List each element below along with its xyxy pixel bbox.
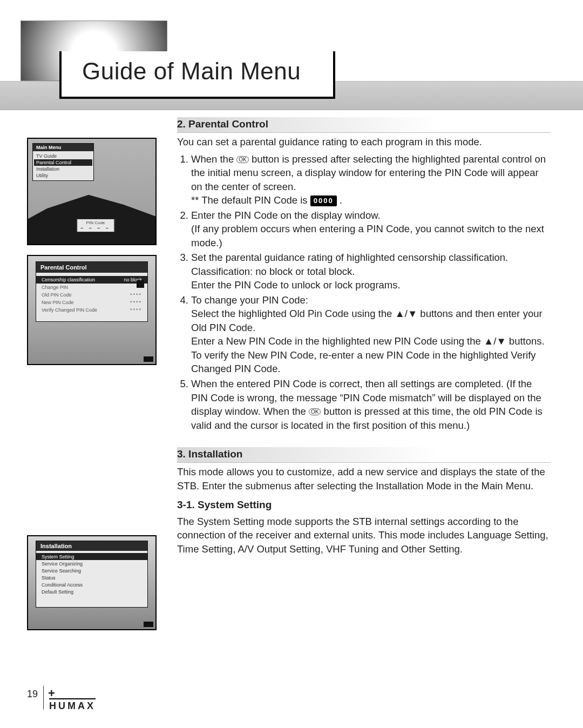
osd-row: Change PIN xyxy=(36,284,147,291)
osd-row-highlighted: Censorship classification no block xyxy=(36,276,147,284)
step-4: To change your PIN Code: Select the high… xyxy=(191,293,551,376)
step-2: Enter the PIN Code on the display window… xyxy=(191,208,551,250)
screenshot-parental-control: Parental Control Censorship classificati… xyxy=(27,255,157,365)
default-pin-badge: 0000 xyxy=(310,196,337,206)
osd-row: Service Organizing xyxy=(36,560,147,567)
ok-icon: OK xyxy=(236,156,248,163)
parental-intro: You can set a parental guidance rating t… xyxy=(177,135,551,149)
step-3: Set the parental guidance rating of high… xyxy=(191,251,551,292)
osd-row: New PIN Code **** xyxy=(36,299,147,306)
page-title: Guide of Main Menu xyxy=(82,58,301,85)
plus-icon: + xyxy=(48,690,96,697)
content-column: 2. Parental Control You can set a parent… xyxy=(177,116,551,559)
footer-divider xyxy=(43,686,44,710)
osd-row: Status xyxy=(36,574,147,581)
screenshot-main-menu: Main Menu TV Guide Parental Control Inst… xyxy=(27,138,157,245)
brand-logo: HUMAX xyxy=(49,698,96,712)
corner-indicator xyxy=(144,356,153,362)
title-frame: Guide of Main Menu xyxy=(59,51,335,99)
ok-icon: OK xyxy=(309,408,321,415)
screenshots-column: Main Menu TV Guide Parental Control Inst… xyxy=(27,116,162,559)
screenshot-installation: Installation System Setting Service Orga… xyxy=(27,535,157,630)
osd-row-highlighted: System Setting xyxy=(36,553,147,560)
step-1: When the OK button is pressed after sele… xyxy=(191,152,551,207)
menu-item: Installation xyxy=(36,166,90,172)
osd-row: Conditional Access xyxy=(36,581,147,588)
osd-title: Installation xyxy=(36,541,147,551)
osd-title: Main Menu xyxy=(33,144,93,151)
menu-item-highlighted: Parental Control xyxy=(34,159,92,166)
page-number: 19 xyxy=(27,689,38,712)
section-heading-parental: 2. Parental Control xyxy=(177,117,551,133)
osd-row: Old PIN Code **** xyxy=(36,291,147,299)
menu-item: Utility xyxy=(36,172,90,179)
osd-title: Parental Control xyxy=(36,262,147,273)
osd-row: Service Searching xyxy=(36,567,147,574)
corner-indicator xyxy=(144,622,153,627)
manual-page: Guide of Main Menu Main Menu TV Guide Pa… xyxy=(0,0,583,728)
pin-entry-box: PIN Code – – – – xyxy=(77,219,114,232)
osd-row: Default Setting xyxy=(36,588,147,595)
subsection-heading-system-setting: 3-1. System Setting xyxy=(177,498,551,512)
system-setting-body: The System Setting mode supports the STB… xyxy=(177,515,551,556)
menu-item: TV Guide xyxy=(36,153,90,159)
installation-intro: This mode allows you to customize, add a… xyxy=(177,465,551,493)
lock-icon xyxy=(137,280,144,288)
osd-row: Verify Changed PIN Code **** xyxy=(36,306,147,314)
section-heading-installation: 3. Installation xyxy=(177,447,551,463)
osd-main-menu: Main Menu TV Guide Parental Control Inst… xyxy=(32,143,94,181)
step-5: When the entered PIN Code is correct, th… xyxy=(191,377,551,432)
page-footer: 19 + HUMAX xyxy=(27,686,96,712)
parental-steps: When the OK button is pressed after sele… xyxy=(179,152,551,432)
